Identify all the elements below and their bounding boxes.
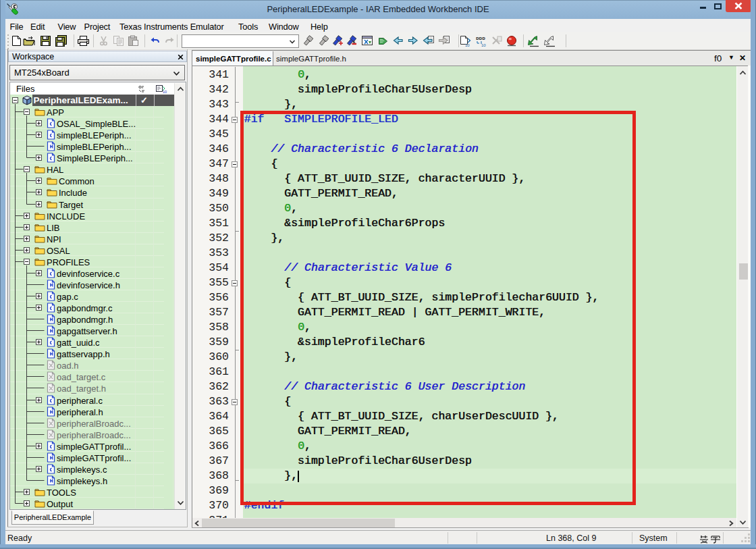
svg-text:10: 10	[481, 43, 486, 47]
svg-text:ᴅᴅᴅ: ᴅᴅᴅ	[476, 35, 485, 41]
svg-text:10: 10	[163, 90, 167, 94]
svg-text:10: 10	[465, 43, 470, 47]
